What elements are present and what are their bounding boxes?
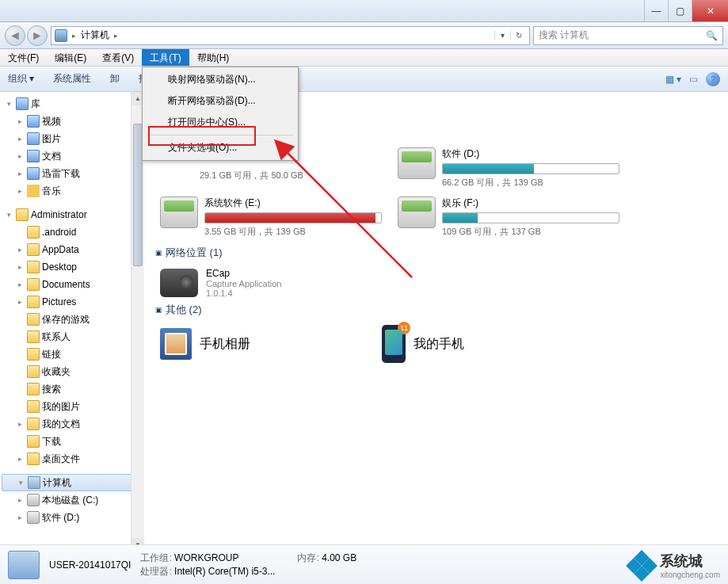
tree-savedgames[interactable]: 保存的游戏 [0, 311, 143, 328]
address-dropdown[interactable]: ▾ [494, 31, 510, 40]
maximize-button[interactable]: ▢ [668, 0, 692, 21]
my-phone-item[interactable]: 11 我的手机 [382, 325, 588, 363]
tree-downloads[interactable]: 下载 [0, 433, 143, 450]
computer-name: USER-20141017QI [49, 559, 131, 571]
tree-administrator[interactable]: ▾Administrator [0, 206, 143, 223]
system-properties-button[interactable]: 系统属性 [53, 72, 91, 86]
watermark-logo-icon [628, 552, 655, 579]
breadcrumb-seg[interactable]: 计算机 [78, 29, 112, 42]
menu-tools[interactable]: 工具(T) [142, 49, 189, 66]
search-input[interactable]: 搜索 计算机 🔍 [533, 26, 723, 45]
address-bar[interactable]: ▸ 计算机 ▸ ▾ ↻ [51, 26, 530, 45]
menu-folder-options[interactable]: 文件夹选项(O)... [144, 137, 296, 158]
tree-drive-d[interactable]: ▸软件 (D:) [0, 509, 143, 526]
tree-android[interactable]: .android [0, 223, 143, 241]
tree-docs[interactable]: ▸文档 [0, 147, 143, 165]
watermark: 系统城 xitongcheng.com [628, 552, 720, 579]
navbar: ◄ ► ▸ 计算机 ▸ ▾ ↻ 搜索 计算机 🔍 [0, 22, 728, 49]
refresh-button[interactable]: ↻ [510, 31, 526, 40]
group-other[interactable]: ▣其他 (2) [155, 303, 717, 317]
help-button[interactable]: ? [706, 72, 720, 86]
drive-icon [160, 197, 198, 228]
menu-separator [147, 135, 293, 136]
organize-button[interactable]: 组织 ▾ [8, 72, 34, 86]
tree-deskfiles[interactable]: ▸桌面文件 [0, 450, 143, 468]
forward-button[interactable]: ► [27, 25, 48, 46]
album-icon [160, 328, 192, 360]
titlebar: — ▢ ✕ [0, 0, 728, 22]
drive-e-item[interactable]: 系统软件 (E:) 3.55 GB 可用，共 139 GB [160, 197, 382, 238]
menu-help[interactable]: 帮助(H) [189, 49, 238, 66]
tree-favorites[interactable]: 收藏夹 [0, 363, 143, 380]
tree-music[interactable]: ▸音乐 [0, 182, 143, 200]
tree-xunlei[interactable]: ▸迅雷下载 [0, 165, 143, 182]
menu-file[interactable]: 文件(F) [0, 49, 47, 66]
computer-icon [55, 29, 67, 42]
tree-drive-c[interactable]: ▸本地磁盘 (C:) [0, 491, 143, 509]
menu-view[interactable]: 查看(V) [94, 49, 142, 66]
menu-disconnect-network-drive[interactable]: 断开网络驱动器(D)... [144, 90, 296, 112]
drive-icon [398, 147, 436, 179]
tree-desktop[interactable]: ▸Desktop [0, 258, 143, 276]
search-icon: 🔍 [706, 30, 718, 41]
menu-edit[interactable]: 编辑(E) [47, 49, 94, 66]
phone-album-item[interactable]: 手机相册 [160, 325, 366, 363]
toolbar: 组织 ▾ 系统属性 卸 打开控制面板 ▦ ▾ ▭ ? [0, 67, 728, 92]
camera-icon [160, 269, 198, 297]
menu-map-network-drive[interactable]: 映射网络驱动器(N)... [144, 69, 296, 90]
tree-mypics[interactable]: 我的图片 [0, 398, 143, 415]
tree-mydocs[interactable]: ▸我的文档 [0, 415, 143, 433]
drive-f-item[interactable]: 娱乐 (F:) 109 GB 可用，共 137 GB [398, 197, 619, 238]
phone-icon: 11 [382, 325, 406, 363]
tree-links[interactable]: 链接 [0, 345, 143, 363]
computer-icon [8, 551, 40, 579]
drive-d-item[interactable]: 软件 (D:) 66.2 GB 可用，共 139 GB [398, 147, 619, 189]
tree-computer[interactable]: ▾计算机 [2, 474, 142, 491]
uninstall-button[interactable]: 卸 [110, 72, 120, 86]
drive-icon [398, 197, 436, 228]
tools-menu-dropdown: 映射网络驱动器(N)... 断开网络驱动器(D)... 打开同步中心(S)...… [142, 67, 299, 161]
menubar: 文件(F) 编辑(E) 查看(V) 工具(T) 帮助(H) [0, 49, 728, 67]
main-area: ▾库 ▸视频 ▸图片 ▸文档 ▸迅雷下载 ▸音乐 ▾Administrator … [0, 92, 728, 552]
content-pane: 软件 (D:) 66.2 GB 可用，共 139 GB 29.1 GB 可用，共… [144, 92, 728, 552]
tree-documents[interactable]: ▸Documents [0, 276, 143, 293]
drive-c-free: 29.1 GB 可用，共 50.0 GB [200, 170, 303, 181]
preview-pane-button[interactable]: ▭ [689, 74, 698, 85]
close-button[interactable]: ✕ [692, 0, 728, 21]
statusbar: USER-20141017QI 工作组: WORKGROUP 处理器: Inte… [0, 544, 728, 584]
sidebar-scrollbar[interactable]: ▲ ▼ [131, 92, 144, 552]
back-button[interactable]: ◄ [5, 25, 25, 46]
tree-library[interactable]: ▾库 [0, 95, 143, 113]
tree-appdata[interactable]: ▸AppData [0, 241, 143, 258]
ecap-item[interactable]: ECap Capture Application 1.0.1.4 [160, 268, 717, 298]
view-mode-button[interactable]: ▦ ▾ [665, 74, 681, 85]
minimize-button[interactable]: — [644, 0, 668, 21]
tree-contacts[interactable]: 联系人 [0, 328, 143, 345]
tree-pictures2[interactable]: ▸Pictures [0, 293, 143, 311]
tree-search[interactable]: 搜索 [0, 380, 143, 398]
tree-videos[interactable]: ▸视频 [0, 113, 143, 130]
tree-pictures[interactable]: ▸图片 [0, 130, 143, 147]
group-network[interactable]: ▣网络位置 (1) [155, 246, 717, 260]
menu-open-sync-center[interactable]: 打开同步中心(S)... [144, 112, 296, 133]
sidebar: ▾库 ▸视频 ▸图片 ▸文档 ▸迅雷下载 ▸音乐 ▾Administrator … [0, 92, 144, 529]
